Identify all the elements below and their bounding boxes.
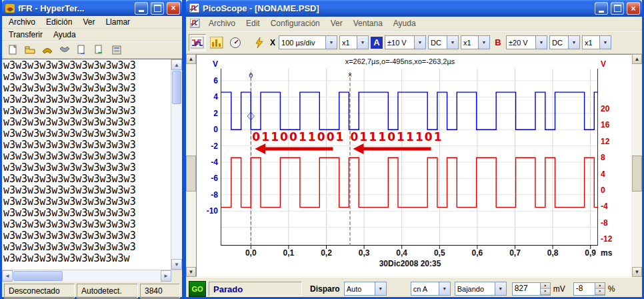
picoscope-toolbar: X 100 µs/div▼ x1▼ A ±10 V▼ DC▼ x1▼ B ±20… xyxy=(186,31,642,54)
channel-a-range-select[interactable]: ±10 V▼ xyxy=(385,35,426,49)
scrollbar-thumb[interactable] xyxy=(172,71,181,104)
channel-b-coupling-select[interactable]: DC▼ xyxy=(549,35,580,49)
chevron-down-icon[interactable]: ▼ xyxy=(414,36,425,49)
chevron-down-icon[interactable]: ▼ xyxy=(495,282,506,295)
close-button[interactable]: × xyxy=(627,2,640,15)
left-axis-tick: 2 xyxy=(198,109,218,118)
chevron-down-icon[interactable]: ▼ xyxy=(439,282,450,295)
channel-b-multiplier-select[interactable]: x1▼ xyxy=(582,35,611,49)
left-axis-tick: -8 xyxy=(198,190,218,200)
menu-archivo[interactable]: Archivo xyxy=(3,16,41,28)
chevron-down-icon[interactable]: ▼ xyxy=(599,36,611,49)
menu-ayuda[interactable]: Ayuda xyxy=(48,29,81,41)
scrollbar-thumb-h[interactable] xyxy=(13,271,63,281)
scrollbar-track-h[interactable] xyxy=(63,270,161,282)
channel-a-offset-scrollbar[interactable]: ▲ ▼ xyxy=(186,54,196,277)
spin-down-icon[interactable]: ▼ xyxy=(595,289,605,295)
x-axis-tick: 0,2 xyxy=(314,248,338,258)
maximize-button[interactable] xyxy=(151,2,164,15)
spin-up-icon[interactable]: ▲ xyxy=(541,283,550,289)
left-axis-tick: 4 xyxy=(198,92,218,101)
scroll-down-icon[interactable]: ▼ xyxy=(632,267,642,277)
chevron-down-icon[interactable]: ▼ xyxy=(568,36,579,49)
menu-ver[interactable]: Ver xyxy=(325,17,348,29)
channel-b-range-select[interactable]: ±20 V▼ xyxy=(506,35,547,49)
menu-ventana[interactable]: Ventana xyxy=(348,17,388,29)
minimize-button[interactable] xyxy=(135,2,148,15)
menu-transferir[interactable]: Transferir xyxy=(3,29,48,41)
scroll-down-icon[interactable]: ▼ xyxy=(171,259,182,270)
chevron-down-icon[interactable]: ▼ xyxy=(375,282,386,295)
generator-icon[interactable] xyxy=(251,34,268,51)
menu-archivo[interactable]: Archivo xyxy=(203,17,241,29)
send-file-icon[interactable] xyxy=(74,43,89,57)
picoscope-titlebar[interactable]: PicoScope - [NONAME.PSD] × xyxy=(186,0,642,17)
scroll-up-icon[interactable]: ▲ xyxy=(186,54,196,64)
menu-edit[interactable]: Edit xyxy=(241,17,265,29)
hyperterminal-titlebar[interactable]: fFR - HyperTer... × xyxy=(2,0,182,16)
menu-llamar[interactable]: Llamar xyxy=(100,16,135,28)
x-axis-tick: 0,9 xyxy=(579,248,603,258)
scrollbar-thumb[interactable] xyxy=(186,156,196,192)
timestamp: 30Dic2008 20:35 xyxy=(203,259,617,268)
terminal-text[interactable]: w3w3w3w3w3w3w3w3w3w3w3w3w3w3w3w3w3w3w3w3… xyxy=(2,59,171,270)
pretrigger-unit: % xyxy=(608,284,615,294)
chevron-down-icon[interactable]: ▼ xyxy=(357,36,368,49)
trigger-threshold-input[interactable]: 827 ▲▼ xyxy=(512,282,551,296)
chevron-down-icon[interactable]: ▼ xyxy=(325,36,337,49)
channel-b-offset-scrollbar[interactable]: ▲ ▼ xyxy=(632,54,642,277)
properties-icon[interactable] xyxy=(109,43,124,57)
right-axis-tick: -8 xyxy=(601,218,622,228)
pretrigger-input[interactable]: -8 ▲▼ xyxy=(573,282,605,296)
menu-configuracion[interactable]: Configuración xyxy=(265,17,325,29)
trigger-mode-select[interactable]: Auto▼ xyxy=(344,282,387,296)
scrollbar-track[interactable] xyxy=(171,105,182,259)
menu-edicion[interactable]: Edición xyxy=(41,16,77,28)
menu-ayuda[interactable]: Ayuda xyxy=(388,17,421,29)
hangup-icon[interactable] xyxy=(57,43,72,57)
chevron-down-icon[interactable]: ▼ xyxy=(447,36,458,49)
chevron-down-icon[interactable]: ▼ xyxy=(535,36,547,49)
desktop: fFR - HyperTer... × Archivo Edición Ver … xyxy=(0,0,644,299)
scrollbar-thumb[interactable] xyxy=(632,156,642,192)
terminal-line: w3w3w3w3w3w3w3w3w3w3w3 xyxy=(3,208,169,219)
scope-view-icon[interactable] xyxy=(189,34,206,51)
terminal-line: w3w3w3w3w3w3w3w3w3w3w3 xyxy=(3,185,169,196)
scroll-right-icon[interactable]: ► xyxy=(161,270,171,282)
call-icon[interactable] xyxy=(39,43,55,57)
scroll-up-icon[interactable]: ▲ xyxy=(171,59,182,70)
time-multiplier-select[interactable]: x1▼ xyxy=(339,35,369,49)
hyperterminal-icon xyxy=(5,3,15,13)
open-folder-icon[interactable] xyxy=(22,43,37,57)
channel-b-chip: B xyxy=(492,37,504,49)
channel-a-multiplier-select[interactable]: x1▼ xyxy=(461,35,490,49)
trigger-source-select[interactable]: cn A▼ xyxy=(411,282,451,296)
picoscope-menubar: Archivo Edit Configuración Ver Ventana A… xyxy=(186,17,642,31)
timebase-select[interactable]: 100 µs/div▼ xyxy=(279,35,337,49)
scope-plot[interactable]: o×01100110010111011101 xyxy=(221,69,598,251)
x-axis-tick: 0,1 xyxy=(277,248,301,258)
go-button[interactable]: GO xyxy=(189,281,206,297)
chevron-down-icon[interactable]: ▼ xyxy=(478,36,489,49)
trigger-edge-select[interactable]: Bajando▼ xyxy=(455,282,507,296)
close-button[interactable]: × xyxy=(167,2,180,15)
scroll-down-icon[interactable]: ▼ xyxy=(186,267,196,277)
meter-view-icon[interactable] xyxy=(227,34,245,51)
spin-up-icon[interactable]: ▲ xyxy=(595,283,605,289)
receive-file-icon[interactable] xyxy=(91,43,107,57)
scroll-left-icon[interactable]: ◄ xyxy=(2,270,13,282)
scroll-up-icon[interactable]: ▲ xyxy=(632,54,642,64)
spin-down-icon[interactable]: ▼ xyxy=(541,289,550,295)
spectrum-view-icon[interactable] xyxy=(208,34,225,51)
horizontal-scrollbar[interactable]: ◄ ► xyxy=(2,270,182,282)
minimize-button[interactable] xyxy=(595,2,608,15)
right-axis-tick: 4 xyxy=(601,170,622,179)
new-document-icon[interactable] xyxy=(5,43,20,57)
vertical-scrollbar[interactable]: ▲ ▼ xyxy=(171,59,182,270)
right-axis-tick: 12 xyxy=(601,137,622,146)
x-axis-tick: 0,7 xyxy=(503,248,527,258)
restore-button[interactable] xyxy=(611,2,624,15)
right-axis-tick: 0 xyxy=(601,186,622,195)
menu-ver[interactable]: Ver xyxy=(77,16,100,28)
channel-a-coupling-select[interactable]: DC▼ xyxy=(428,35,459,49)
